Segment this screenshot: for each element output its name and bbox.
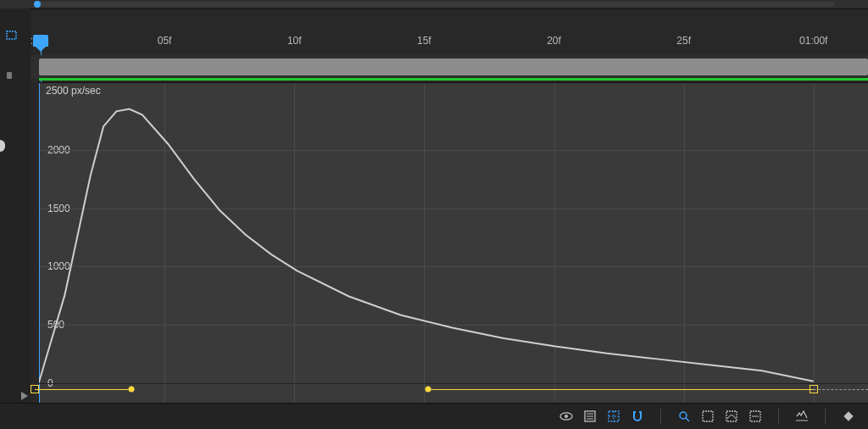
scrollbar-start-dot[interactable]: [34, 1, 41, 8]
keyframe-handle-line[interactable]: [428, 389, 813, 390]
scrollbar-track: [34, 2, 834, 7]
svg-rect-0: [7, 31, 16, 39]
timeline-panel: :00f05f10f15f20f25f01:00f 2500 px/sec 20…: [31, 8, 868, 404]
toolbar-separator: [778, 409, 779, 424]
box-animated-icon[interactable]: [724, 409, 739, 424]
speed-curve[interactable]: [39, 83, 868, 404]
svg-rect-20: [843, 411, 853, 421]
svg-rect-16: [726, 411, 737, 421]
toolbar-separator: [825, 409, 826, 424]
properties-icon[interactable]: [582, 409, 598, 424]
grid-icon[interactable]: [606, 409, 621, 424]
box-keyframes-icon[interactable]: [700, 409, 715, 424]
graph-editor[interactable]: 2500 px/sec 2000150010005000: [39, 82, 868, 404]
search-icon[interactable]: [676, 409, 692, 424]
top-scrollbar[interactable]: [0, 0, 868, 8]
ruler-tick: 20f: [547, 35, 561, 47]
cached-preview-indicator: [39, 78, 868, 81]
comp-marker-icon[interactable]: [5, 29, 19, 44]
keyframe-handle-dot[interactable]: [128, 387, 134, 393]
eye-icon[interactable]: [559, 409, 574, 424]
ruler-tick: 01:00f: [799, 35, 827, 47]
left-gutter: [0, 8, 31, 404]
svg-rect-15: [703, 411, 713, 421]
bottom-toolbar: [0, 403, 868, 429]
add-keyframe-diamond-icon[interactable]: [841, 409, 856, 424]
magnet-icon[interactable]: [630, 409, 645, 424]
twirl-icon[interactable]: [21, 392, 28, 402]
work-area-start-handle[interactable]: [7, 72, 12, 79]
fx-icon[interactable]: [794, 409, 810, 424]
toolbar-separator: [660, 409, 661, 424]
ruler-tick: 15f: [417, 35, 431, 47]
svg-point-13: [680, 412, 687, 419]
work-area-track: [31, 55, 868, 79]
svg-point-3: [565, 415, 568, 418]
svg-marker-1: [21, 392, 28, 400]
box-graph-icon[interactable]: [748, 409, 763, 424]
work-area-bar[interactable]: [39, 58, 868, 75]
keyframe-handle-line[interactable]: [35, 389, 131, 390]
ruler-tick: 10f: [287, 35, 302, 47]
ruler-tick: 25f: [676, 35, 691, 47]
keyframe-dash-extension: [814, 389, 868, 390]
ruler-tick: 05f: [158, 35, 172, 47]
svg-line-14: [686, 418, 689, 421]
time-ruler[interactable]: :00f05f10f15f20f25f01:00f: [31, 9, 868, 55]
